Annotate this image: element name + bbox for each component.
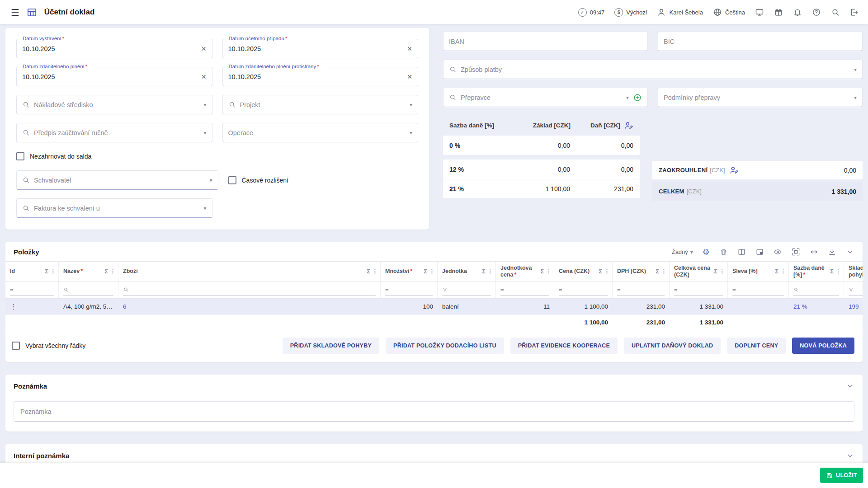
language-selector[interactable]: Čeština bbox=[713, 8, 745, 17]
datum-vystaveni-field[interactable]: Datum vystavení* 10.10.2025 ✕ bbox=[16, 39, 212, 58]
filter-input-skladove-pohyby[interactable] bbox=[856, 286, 863, 293]
collapse-section-icon[interactable] bbox=[846, 451, 854, 460]
pridat-polozky-dodaciho-listu-button[interactable]: PŘIDAT POLOŽKY DODACÍHO LISTU bbox=[386, 338, 504, 354]
menu-icon[interactable]: ☰ bbox=[11, 8, 19, 17]
chevron-down-icon[interactable]: ▾ bbox=[854, 66, 857, 73]
column-resize-handle[interactable]: ⋮ bbox=[661, 268, 667, 275]
logout-icon[interactable] bbox=[850, 8, 859, 17]
operace-select[interactable]: Operace ▾ bbox=[222, 123, 419, 142]
column-resize-handle[interactable]: ⋮ bbox=[50, 268, 56, 275]
filter-input-zbozi[interactable] bbox=[132, 286, 376, 293]
nova-polozka-button[interactable]: NOVÁ POLOŽKA bbox=[792, 338, 854, 354]
sum-icon[interactable]: Σ bbox=[424, 268, 427, 275]
sum-icon[interactable]: Σ bbox=[482, 268, 486, 275]
display-icon[interactable] bbox=[755, 8, 764, 17]
sum-icon[interactable]: Σ bbox=[367, 268, 370, 275]
filter-input-jednotkova-cena[interactable] bbox=[506, 286, 549, 293]
tax-row-12[interactable]: 12 % 0,00 0,00 bbox=[443, 160, 640, 179]
column-header-jednotka[interactable]: JednotkaΣ⋮ bbox=[438, 262, 496, 281]
settings-icon[interactable]: ⚙ bbox=[703, 248, 710, 256]
collapse-section-icon[interactable] bbox=[846, 382, 854, 390]
save-button[interactable]: ULOŽIT bbox=[820, 468, 863, 483]
casove-rozliseni-checkbox[interactable]: Časové rozlišení bbox=[228, 170, 419, 190]
save-status-indicator[interactable]: ✓ 09:47 bbox=[578, 8, 605, 17]
sum-icon[interactable]: Σ bbox=[45, 268, 48, 275]
column-resize-handle[interactable]: ⋮ bbox=[780, 268, 786, 275]
visibility-icon[interactable] bbox=[774, 248, 782, 256]
predpis-zauctovani-select[interactable]: Předpis zaúčtování ručně ▾ bbox=[16, 123, 212, 142]
delete-icon[interactable] bbox=[719, 248, 728, 256]
filter-input-jednotka[interactable] bbox=[450, 286, 491, 293]
help-icon[interactable] bbox=[812, 8, 821, 17]
column-header-cena[interactable]: Cena (CZK)Σ⋮ bbox=[554, 262, 613, 281]
fit-width-icon[interactable] bbox=[810, 248, 818, 256]
checkbox[interactable] bbox=[228, 176, 236, 184]
column-resize-handle[interactable]: ⋮ bbox=[719, 268, 725, 275]
column-header-celkova-cena[interactable]: Celková cena (CZK)Σ⋮ bbox=[670, 262, 728, 281]
filter-input-mnozstvi[interactable] bbox=[391, 286, 433, 293]
manual-edit-icon[interactable] bbox=[729, 165, 739, 175]
download-icon[interactable] bbox=[828, 248, 836, 256]
column-resize-handle[interactable]: ⋮ bbox=[835, 268, 841, 275]
sum-icon[interactable]: Σ bbox=[775, 268, 778, 275]
column-resize-handle[interactable]: ⋮ bbox=[487, 268, 493, 275]
prepravce-select[interactable]: Přepravce ▾ bbox=[443, 88, 648, 107]
datum-zdanitelneho-plneni-protistrany-field[interactable]: Datum zdanitelného plnění protistrany* 1… bbox=[222, 67, 419, 86]
currency-selector[interactable]: $ Výchozí bbox=[614, 8, 647, 17]
column-resize-handle[interactable]: ⋮ bbox=[546, 268, 552, 275]
sum-icon[interactable]: Σ bbox=[656, 268, 659, 275]
sum-icon[interactable]: Σ bbox=[599, 268, 602, 275]
fit-screen-icon[interactable] bbox=[792, 248, 800, 256]
filter-input-sleva[interactable] bbox=[738, 286, 784, 293]
panel-view-icon[interactable] bbox=[755, 248, 764, 256]
doplnit-ceny-button[interactable]: DOPLNIT CENY bbox=[727, 338, 786, 354]
schvalovatel-select[interactable]: Schvalovatel ▾ bbox=[16, 170, 218, 190]
column-header-dph[interactable]: DPH (CZK)Σ⋮ bbox=[613, 262, 670, 281]
sum-icon[interactable]: Σ bbox=[104, 268, 108, 275]
column-resize-handle[interactable]: ⋮ bbox=[372, 268, 378, 275]
column-header-mnozstvi[interactable]: Množství*Σ⋮ bbox=[381, 262, 438, 281]
nezahrnovat-do-salda-checkbox[interactable]: Nezahrnovat do salda bbox=[16, 152, 418, 160]
chevron-down-icon[interactable]: ▾ bbox=[626, 94, 629, 101]
checkbox[interactable] bbox=[16, 152, 24, 160]
pridat-skladove-pohyby-button[interactable]: PŘIDAT SKLADOVÉ POHYBY bbox=[283, 338, 379, 354]
manual-edit-icon[interactable] bbox=[624, 121, 633, 130]
skladove-pohyby-link[interactable]: 199 bbox=[849, 303, 859, 310]
columns-icon[interactable] bbox=[737, 248, 746, 256]
sazba-dane-link[interactable]: 21 % bbox=[793, 303, 807, 310]
column-resize-handle[interactable]: ⋮ bbox=[604, 268, 610, 275]
sum-icon[interactable]: Σ bbox=[714, 268, 717, 275]
clear-icon[interactable]: ✕ bbox=[201, 45, 207, 52]
sum-icon[interactable]: Σ bbox=[540, 268, 544, 275]
column-resize-handle[interactable]: ⋮ bbox=[110, 268, 116, 275]
pridat-evidence-kooperace-button[interactable]: PŘIDAT EVIDENCE KOOPERACE bbox=[510, 338, 618, 354]
datum-zdanitelneho-plneni-field[interactable]: Datum zdanitelného plnění* 10.10.2025 ✕ bbox=[16, 67, 212, 86]
projekt-select[interactable]: Projekt ▾ bbox=[222, 95, 419, 114]
filter-input-celkova-cena[interactable] bbox=[680, 286, 723, 293]
tax-row-0[interactable]: 0 % 0,00 0,00 bbox=[443, 136, 640, 155]
column-header-sazba-dane[interactable]: Sazba daně [%]*Σ⋮ bbox=[789, 262, 844, 281]
clear-icon[interactable]: ✕ bbox=[407, 73, 412, 80]
add-carrier-icon[interactable] bbox=[633, 93, 642, 102]
filter-input-id[interactable] bbox=[16, 286, 54, 293]
note-input[interactable] bbox=[14, 401, 854, 422]
tax-row-21[interactable]: 21 % 1 100,00 231,00 bbox=[443, 179, 640, 198]
checkbox[interactable] bbox=[12, 342, 20, 350]
select-all-rows-checkbox[interactable]: Vybrat všechny řádky bbox=[12, 342, 85, 350]
chevron-down-icon[interactable]: ▾ bbox=[203, 130, 206, 136]
filter-input-sazba-dane[interactable] bbox=[801, 286, 839, 293]
bic-field[interactable]: BIC bbox=[658, 32, 863, 51]
column-resize-handle[interactable]: ⋮ bbox=[429, 268, 435, 275]
filter-input-nazev[interactable] bbox=[71, 286, 113, 293]
zpusob-platby-select[interactable]: Způsob platby ▾ bbox=[443, 60, 863, 79]
row-menu-icon[interactable]: ⋮ bbox=[10, 302, 17, 311]
chevron-down-icon[interactable]: ▾ bbox=[410, 102, 412, 108]
datum-ucetniho-pripadu-field[interactable]: Datum účetního případu* 10.10.2025 ✕ bbox=[222, 39, 419, 58]
column-header-sleva[interactable]: Sleva [%]Σ⋮ bbox=[728, 262, 789, 281]
news-gift-icon[interactable] bbox=[774, 8, 783, 17]
chevron-down-icon[interactable]: ▾ bbox=[854, 94, 857, 101]
sum-icon[interactable]: Σ bbox=[830, 268, 834, 275]
collapse-section-icon[interactable] bbox=[846, 248, 854, 256]
clear-icon[interactable]: ✕ bbox=[407, 45, 412, 52]
podminky-prepravy-select[interactable]: Podmínky přepravy ▾ bbox=[658, 88, 863, 107]
